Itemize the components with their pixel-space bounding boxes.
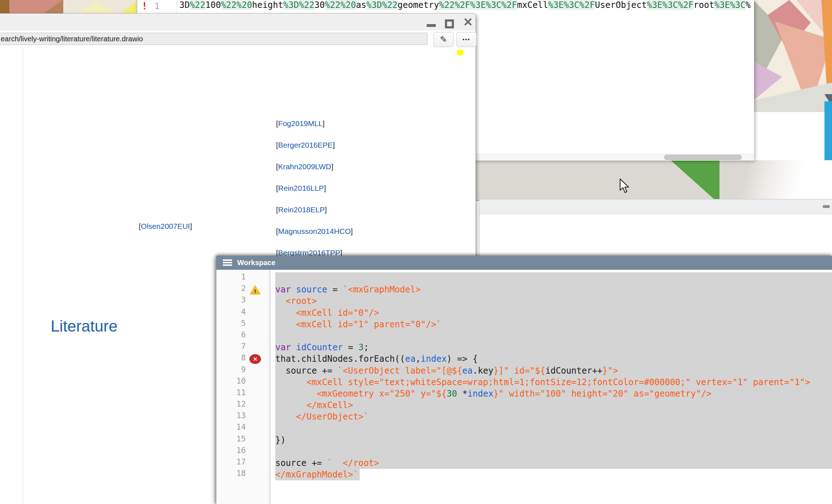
escape-token: %22 — [439, 0, 455, 10]
escape-token: %3C — [564, 0, 579, 10]
citation-label: Rein2018ELP — [278, 205, 325, 214]
workspace-window: Workspace 123456789101112131415161718 va… — [216, 256, 832, 504]
bracket: ] — [323, 119, 325, 128]
edit-button[interactable]: ✎ — [433, 32, 454, 47]
ellipsis-icon: ••• — [463, 36, 470, 42]
code-text: var source = `<mxGraphModel> — [275, 284, 421, 295]
bracket: ] — [190, 222, 192, 230]
line-number: 18 — [216, 469, 270, 480]
code-line[interactable]: source += ` </root> — [270, 457, 832, 469]
code-line[interactable]: source += `<UserObject label="[@${ea.key… — [270, 365, 832, 376]
line-number: 10 — [216, 376, 270, 388]
line-number: 13 — [216, 411, 270, 422]
code-line[interactable]: <mxCell id="1" parent="0"/>` — [270, 319, 832, 330]
code-line[interactable]: <root> — [270, 295, 832, 307]
line-number: 15 — [216, 434, 270, 446]
line-number: 14 — [216, 422, 270, 434]
wallpaper-triangle — [753, 61, 782, 101]
escape-token: %22 — [382, 0, 397, 10]
citation-link[interactable]: [Berger2016EPE] — [276, 141, 335, 149]
mouse-cursor — [619, 178, 630, 194]
secondary-window-toolbar — [479, 199, 832, 214]
line-number: 1 — [155, 1, 160, 11]
line-number: 7 — [216, 342, 270, 353]
line-number: 6 — [216, 330, 270, 342]
hamburger-menu-icon[interactable] — [223, 259, 232, 266]
escape-token: %3D — [283, 0, 299, 10]
line-number-column: 123456789101112131415161718 — [216, 272, 270, 480]
citation-label: Berger2016EPE — [278, 141, 333, 149]
code-line[interactable]: </mxGraphModel>` — [270, 469, 832, 480]
citation-link[interactable]: [Olsen2007EUI] — [139, 222, 192, 231]
selection-highlight — [275, 422, 832, 434]
line-number: 17 — [216, 457, 270, 469]
gutter-divider — [177, 0, 177, 14]
line-number: 5 — [216, 319, 270, 330]
code-text: source += ` </root> — [275, 457, 379, 469]
escape-token: %3E — [647, 0, 662, 10]
escape-token: %2F — [579, 0, 595, 10]
screen: ! 1 3D%22100%22%20height%3D%2230%22%20as… — [0, 0, 832, 504]
code-text: </mxCell> — [275, 399, 353, 411]
encoded-code-line[interactable]: 3D%22100%22%20height%3D%2230%22%20as%3D%… — [179, 0, 751, 13]
file-path-input[interactable] — [0, 33, 428, 45]
line-number: 3 — [216, 295, 270, 307]
citation-link[interactable]: [Rein2018ELP] — [276, 205, 327, 214]
code-text: var idCounter = 3; — [275, 342, 369, 353]
escape-token: %3E — [548, 0, 564, 10]
maximize-button[interactable] — [445, 19, 454, 28]
bracket: ] — [324, 184, 326, 192]
citation-link[interactable]: [Krahn2009LWD] — [276, 162, 334, 171]
escape-token: %3E — [470, 0, 486, 10]
citation-link[interactable]: [Magnusson2014HCO] — [276, 227, 353, 236]
code-line[interactable]: <mxGeometry x="250" y="${30 *index}" wid… — [270, 388, 832, 399]
selection-highlight — [275, 272, 832, 284]
minimize-dash-icon[interactable] — [823, 205, 830, 208]
line-number: 16 — [216, 446, 270, 457]
wallpaper-top-right — [753, 0, 832, 112]
wallpaper-middle-strip — [475, 160, 832, 201]
wallpaper-fade — [709, 160, 832, 200]
code-editor[interactable]: var source = `<mxGraphModel> <root> <mxC… — [270, 272, 832, 480]
page-title: Literature — [51, 317, 118, 335]
drawio-titlebar[interactable] — [0, 14, 475, 31]
code-line[interactable]: <mxCell id="0"/> — [270, 307, 832, 319]
selection-highlight — [275, 399, 832, 411]
code-line[interactable]: var idCounter = 3; — [270, 342, 832, 353]
code-line[interactable]: </mxCell> — [270, 399, 832, 411]
code-line[interactable] — [270, 422, 832, 434]
pencil-icon: ✎ — [440, 34, 447, 44]
bracket: ] — [333, 141, 335, 149]
citation-link[interactable]: [Fog2019MLL] — [276, 119, 325, 128]
code-line[interactable]: </UserObject>` — [270, 411, 832, 422]
horizontal-scrollbar-thumb[interactable] — [664, 155, 742, 160]
drawio-toolbar: ✎ ••• — [0, 31, 475, 47]
code-line[interactable]: var source = `<mxGraphModel> — [270, 284, 832, 295]
code-line[interactable] — [270, 272, 832, 284]
escape-token: %3C — [730, 0, 745, 10]
code-text: <mxCell style="text;whiteSpace=wrap;html… — [275, 376, 810, 388]
workspace-titlebar[interactable]: Workspace — [216, 256, 832, 270]
code-text: source += `<UserObject label="[@${ea.key… — [275, 365, 618, 376]
code-line[interactable]: <mxCell style="text;whiteSpace=wrap;html… — [270, 376, 832, 388]
code-text: }) — [275, 434, 286, 446]
escape-token: %3C — [662, 0, 678, 10]
code-line[interactable] — [270, 330, 832, 342]
escape-token: %22 — [325, 0, 340, 10]
minimize-button[interactable] — [427, 24, 436, 27]
line-number: 8 — [216, 353, 270, 365]
line-number: 9 — [216, 365, 270, 376]
code-line[interactable]: that.childNodes.forEach((ea,index) => { — [270, 353, 832, 365]
code-text: <root> — [275, 295, 317, 307]
code-text: </UserObject>` — [275, 411, 369, 422]
citation-label: Magnusson2014HCO — [278, 227, 351, 235]
line-number: 4 — [216, 307, 270, 319]
code-line[interactable]: }) — [270, 434, 832, 446]
code-line[interactable] — [270, 446, 832, 457]
more-options-button[interactable]: ••• — [456, 32, 477, 47]
escape-token: %2F — [455, 0, 470, 10]
close-button[interactable]: ✕ — [463, 16, 473, 29]
citation-link[interactable]: [Rein2016LLP] — [276, 184, 326, 193]
citation-label: Olsen2007EUI — [141, 222, 190, 230]
bracket: ] — [331, 162, 334, 171]
